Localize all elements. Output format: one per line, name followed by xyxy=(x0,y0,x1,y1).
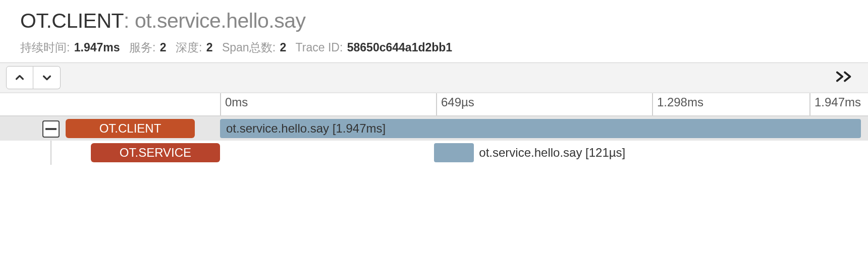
chevron-down-icon xyxy=(41,72,52,83)
timeline-tick: 0ms xyxy=(220,93,248,115)
chevron-double-right-icon xyxy=(835,70,854,86)
service-pill-label: OT.SERVICE xyxy=(120,146,191,160)
tree-header-spacer xyxy=(0,93,220,116)
stat-duration-label: 持续时间: xyxy=(20,41,70,54)
chevron-up-icon xyxy=(14,72,25,83)
collapse-all-button[interactable] xyxy=(6,66,33,89)
expand-collapse-group xyxy=(6,66,61,89)
control-bar xyxy=(0,63,868,93)
timeline-tick: 649µs xyxy=(436,93,474,115)
service-pill-service[interactable]: OT.SERVICE xyxy=(91,143,220,162)
span-bar[interactable] xyxy=(434,143,474,162)
service-pill-client[interactable]: OT.CLIENT xyxy=(66,119,195,138)
details-toggle-button[interactable] xyxy=(835,68,855,88)
stat-services-label: 服务: xyxy=(129,41,155,54)
trace-header: OT.CLIENT: ot.service.hello.say 持续时间: 1.… xyxy=(0,0,868,63)
span-bar[interactable]: ot.service.hello.say [1.947ms] xyxy=(220,119,861,138)
title-colon: : xyxy=(124,9,135,32)
stat-depth-value: 2 xyxy=(206,41,213,54)
span-tree-row[interactable]: OT.SERVICE xyxy=(0,141,220,165)
tree-indent-line xyxy=(50,141,51,165)
span-bar-label-outside: ot.service.hello.say [121µs] xyxy=(479,143,625,162)
trace-stats: 持续时间: 1.947ms 服务: 2 深度: 2 Span总数: 2 Trac… xyxy=(20,40,868,55)
service-pill-label: OT.CLIENT xyxy=(99,121,161,136)
span-bar-column: 0ms 649µs 1.298ms 1.947ms ot.service.hel… xyxy=(220,93,868,234)
expand-all-button[interactable] xyxy=(33,66,61,89)
span-collapse-toggle[interactable] xyxy=(42,120,60,138)
stat-services-value: 2 xyxy=(160,41,167,54)
stat-spantotal-value: 2 xyxy=(280,41,286,54)
stat-spantotal-label: Span总数: xyxy=(222,41,276,54)
trace-title: OT.CLIENT: ot.service.hello.say xyxy=(20,9,868,33)
span-bar-row: ot.service.hello.say [121µs] xyxy=(220,141,868,165)
title-service-name: OT.CLIENT xyxy=(20,9,124,32)
title-operation: ot.service.hello.say xyxy=(135,9,306,32)
stat-depth-label: 深度: xyxy=(176,41,202,54)
stat-traceid-value: 58650c644a1d2bb1 xyxy=(347,41,452,54)
span-tree-column: OT.CLIENT OT.SERVICE xyxy=(0,93,220,234)
span-bar-label: ot.service.hello.say [121µs] xyxy=(479,146,625,160)
stat-traceid-label: Trace ID: xyxy=(296,41,343,54)
timeline-ticks: 0ms 649µs 1.298ms 1.947ms xyxy=(220,93,868,116)
span-bar-label: ot.service.hello.say [1.947ms] xyxy=(226,121,386,136)
timeline: OT.CLIENT OT.SERVICE 0ms 649µs 1.298ms 1… xyxy=(0,93,868,234)
stat-duration-value: 1.947ms xyxy=(74,41,120,54)
timeline-tick: 1.298ms xyxy=(652,93,703,115)
timeline-tick: 1.947ms xyxy=(809,93,861,115)
span-tree-row[interactable]: OT.CLIENT xyxy=(0,116,220,141)
span-bar-row: ot.service.hello.say [1.947ms] xyxy=(220,116,868,141)
